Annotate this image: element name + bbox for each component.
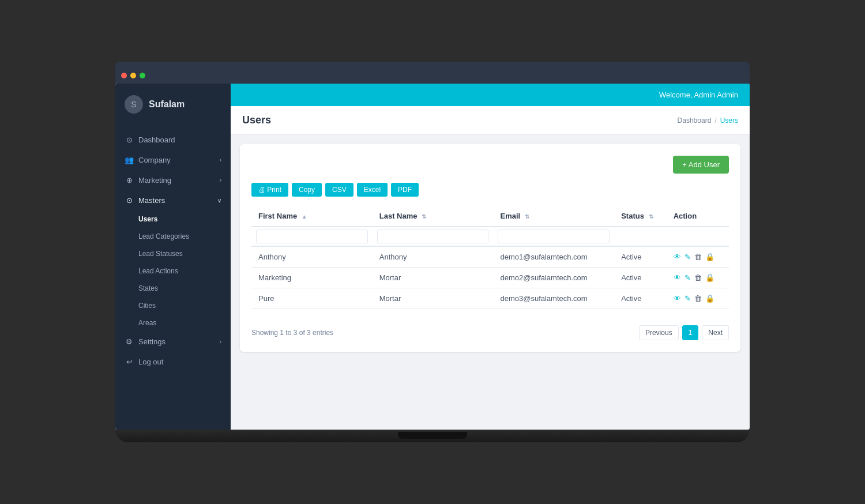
lock-icon[interactable]: 🔒 [705, 294, 714, 303]
sidebar-item-cities[interactable]: Cities [115, 297, 231, 314]
col-email[interactable]: Email ⇅ [493, 206, 614, 227]
cell-email: demo3@sufalamtech.com [493, 288, 614, 309]
sidebar-item-areas[interactable]: Areas [115, 314, 231, 332]
titlebar-close[interactable] [121, 73, 127, 78]
edit-icon[interactable]: ✎ [685, 253, 691, 261]
sidebar: S Sufalam ⊙ Dashboard 👥 Company › [115, 84, 231, 430]
edit-icon[interactable]: ✎ [685, 294, 691, 303]
sidebar-item-logout[interactable]: ↩ Log out [115, 352, 231, 372]
showing-entries: Showing 1 to 3 of 3 entries [251, 329, 333, 337]
add-user-button[interactable]: + Add User [673, 156, 729, 174]
sidebar-label-marketing: Marketing [138, 176, 171, 185]
sidebar-item-dashboard[interactable]: ⊙ Dashboard [115, 130, 231, 150]
pagination: Previous 1 Next [639, 325, 729, 340]
users-table: First Name ▲ Last Name ⇅ Ema [251, 206, 729, 309]
filter-lastname[interactable] [377, 230, 489, 243]
copy-button[interactable]: Copy [292, 183, 322, 197]
view-icon[interactable]: 👁 [674, 294, 681, 303]
logo-icon: S [125, 95, 143, 114]
delete-icon[interactable]: 🗑 [694, 273, 702, 282]
lock-icon[interactable]: 🔒 [705, 273, 714, 282]
print-button[interactable]: 🖨 Print [251, 183, 288, 197]
prev-page-button[interactable]: Previous [639, 325, 679, 340]
cell-firstname: Pure [251, 288, 373, 309]
cell-firstname: Anthony [251, 246, 373, 268]
sort-status-icon: ⇅ [649, 213, 653, 220]
col-action: Action [667, 206, 729, 227]
toolbar-buttons: 🖨 Print Copy CSV Excel PDF [251, 183, 729, 197]
sidebar-item-lead-categories[interactable]: Lead Categories [115, 228, 231, 245]
sidebar-item-marketing[interactable]: ⊕ Marketing › [115, 170, 231, 190]
lock-icon[interactable]: 🔒 [705, 253, 714, 261]
sidebar-label-masters: Masters [138, 196, 165, 205]
sidebar-item-company[interactable]: 👥 Company › [115, 150, 231, 170]
sidebar-item-masters[interactable]: ⊙ Masters ∨ [115, 190, 231, 210]
sidebar-label-company: Company [138, 156, 171, 164]
chevron-right-icon: › [220, 157, 221, 163]
sidebar-label-dashboard: Dashboard [138, 136, 175, 144]
sort-firstname-icon: ▲ [302, 213, 307, 220]
sidebar-item-settings[interactable]: ⚙ Settings › [115, 332, 231, 352]
cell-lastname: Mortar [373, 268, 494, 288]
masters-submenu: Users Lead Categories Lead Statuses Lead… [115, 210, 231, 332]
sidebar-item-users[interactable]: Users [115, 210, 231, 228]
sidebar-label-settings: Settings [138, 337, 166, 346]
col-lastname[interactable]: Last Name ⇅ [373, 206, 494, 227]
col-status[interactable]: Status ⇅ [614, 206, 666, 227]
breadcrumb-home[interactable]: Dashboard [678, 116, 712, 125]
table-row: Marketing Mortar demo2@sufalamtech.com A… [251, 268, 729, 288]
breadcrumb-current: Users [720, 116, 738, 125]
titlebar-minimize[interactable] [130, 73, 136, 78]
cell-status: Active [614, 288, 666, 309]
content-area: + Add User 🖨 Print Copy CSV Excel PDF [231, 135, 750, 430]
table-row: Anthony Anthony demo1@sufalamtech.com Ac… [251, 246, 729, 268]
sort-email-icon: ⇅ [525, 213, 529, 220]
welcome-message: Welcome, Admin Admin [659, 91, 738, 99]
edit-icon[interactable]: ✎ [685, 273, 691, 282]
view-icon[interactable]: 👁 [674, 253, 681, 261]
col-firstname[interactable]: First Name ▲ [251, 206, 373, 227]
sidebar-nav: ⊙ Dashboard 👥 Company › ⊕ Marketing › [115, 125, 231, 430]
page-1-button[interactable]: 1 [682, 325, 699, 340]
logout-icon: ↩ [125, 358, 134, 366]
csv-button[interactable]: CSV [325, 183, 353, 197]
dashboard-icon: ⊙ [125, 136, 134, 144]
view-icon[interactable]: 👁 [674, 273, 681, 282]
next-page-button[interactable]: Next [702, 325, 729, 340]
marketing-icon: ⊕ [125, 176, 134, 185]
cell-actions: 👁 ✎ 🗑 🔒 [667, 268, 729, 288]
sidebar-item-states[interactable]: States [115, 280, 231, 297]
cell-firstname: Marketing [251, 268, 373, 288]
cell-actions: 👁 ✎ 🗑 🔒 [667, 288, 729, 309]
page-header: Users Dashboard / Users [231, 106, 750, 135]
titlebar-maximize[interactable] [140, 73, 145, 78]
cell-lastname: Mortar [373, 288, 494, 309]
excel-button[interactable]: Excel [357, 183, 388, 197]
chevron-down-icon: ∨ [217, 197, 221, 204]
delete-icon[interactable]: 🗑 [694, 253, 702, 261]
sidebar-item-lead-statuses[interactable]: Lead Statuses [115, 245, 231, 262]
filter-email[interactable] [498, 230, 610, 243]
card-header: + Add User [251, 156, 729, 174]
sidebar-label-logout: Log out [138, 358, 163, 366]
cell-status: Active [614, 246, 666, 268]
cell-email: demo2@sufalamtech.com [493, 268, 614, 288]
table-footer: Showing 1 to 3 of 3 entries Previous 1 N… [251, 318, 729, 340]
filter-firstname[interactable] [256, 230, 368, 243]
table-row: Pure Mortar demo3@sufalamtech.com Active… [251, 288, 729, 309]
masters-icon: ⊙ [125, 196, 134, 205]
cell-email: demo1@sufalamtech.com [493, 246, 614, 268]
page-title: Users [242, 114, 271, 126]
cell-status: Active [614, 268, 666, 288]
delete-icon[interactable]: 🗑 [694, 294, 702, 303]
chevron-right-icon-marketing: › [220, 177, 221, 183]
sidebar-logo: S Sufalam [115, 84, 231, 125]
cell-lastname: Anthony [373, 246, 494, 268]
users-card: + Add User 🖨 Print Copy CSV Excel PDF [240, 144, 740, 352]
sort-lastname-icon: ⇅ [422, 213, 426, 220]
logo-text: Sufalam [149, 99, 185, 110]
pdf-button[interactable]: PDF [391, 183, 419, 197]
chevron-right-icon-settings: › [220, 338, 221, 345]
sidebar-item-lead-actions[interactable]: Lead Actions [115, 262, 231, 280]
settings-icon: ⚙ [125, 337, 134, 346]
